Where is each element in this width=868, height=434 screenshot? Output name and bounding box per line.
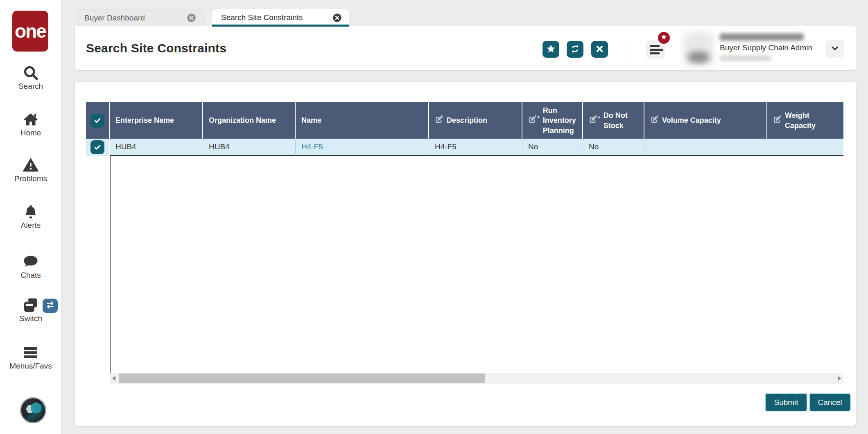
sidebar-item-problems[interactable]: Problems xyxy=(0,157,61,183)
cell-description: H4-F5 xyxy=(429,139,522,156)
table-header-row: Enterprise Name Organization Name Name D… xyxy=(86,102,843,139)
scrollbar-thumb[interactable] xyxy=(119,373,485,383)
app-root: one Search Home Problems Alerts xyxy=(0,0,868,434)
close-icon xyxy=(595,44,604,55)
required-asterisk: * xyxy=(537,114,540,122)
search-icon xyxy=(0,65,61,82)
favorites-badge[interactable] xyxy=(658,32,670,44)
sidebar-item-label: Switch xyxy=(0,314,61,323)
edit-icon xyxy=(773,115,782,126)
sidebar-item-menus-favs[interactable]: Menus/Favs xyxy=(0,344,61,371)
column-label: Name xyxy=(301,115,321,125)
profile-photo[interactable] xyxy=(680,26,717,70)
cell-value: HUB4 xyxy=(115,142,136,151)
sidebar-item-label: Menus/Favs xyxy=(0,362,61,371)
refresh-button[interactable] xyxy=(567,41,583,58)
column-header-enterprise-name[interactable]: Enterprise Name xyxy=(110,102,203,139)
sidebar-item-label: Home xyxy=(0,128,61,137)
site-link[interactable]: H4-F5 xyxy=(301,142,323,151)
content-card: Enterprise Name Organization Name Name D… xyxy=(75,82,856,426)
edit-icon xyxy=(650,115,659,126)
user-menu-dropdown-button[interactable] xyxy=(825,40,844,58)
user-info[interactable]: Buyer Supply Chain Admin xyxy=(720,32,826,61)
swap-arrows-icon xyxy=(45,300,55,311)
sidebar-item-label: Chats xyxy=(0,271,61,280)
header-divider xyxy=(628,37,628,61)
column-label: Organization Name xyxy=(209,115,276,125)
cell-name: H4-F5 xyxy=(296,139,429,156)
menu-bar xyxy=(650,52,660,54)
edit-icon xyxy=(589,115,597,126)
cell-organization-name: HUB4 xyxy=(203,139,296,156)
star-icon xyxy=(546,44,556,55)
select-all-checkbox[interactable] xyxy=(90,114,104,128)
home-icon xyxy=(0,111,61,128)
submit-button[interactable]: Submit xyxy=(766,394,807,411)
menu-bar xyxy=(650,45,660,47)
column-label: Run Inventory Planning xyxy=(543,106,579,135)
refresh-icon xyxy=(570,44,580,55)
tab-buyer-dashboard[interactable]: Buyer Dashboard xyxy=(75,9,204,26)
tab-label: Search Site Constraints xyxy=(221,13,332,22)
redacted-user-detail xyxy=(720,56,771,61)
redacted-user-name xyxy=(720,34,804,40)
menu-bar xyxy=(650,49,663,51)
scroll-right-arrow[interactable] xyxy=(838,376,841,381)
table-left-border xyxy=(110,156,111,373)
chevron-down-icon xyxy=(830,44,839,54)
tab-close-icon[interactable] xyxy=(332,13,342,22)
horizontal-scrollbar[interactable] xyxy=(110,373,843,384)
user-avatar[interactable] xyxy=(20,397,46,423)
bell-icon xyxy=(0,204,61,221)
favorite-button[interactable] xyxy=(542,41,559,58)
cell-value: H4-F5 xyxy=(435,142,457,151)
cell-enterprise-name: HUB4 xyxy=(110,139,203,156)
column-label: Description xyxy=(447,115,487,125)
cancel-button[interactable]: Cancel xyxy=(810,394,850,411)
column-header-do-not-stock[interactable]: * Do Not Stock xyxy=(583,102,644,139)
cell-volume-capacity xyxy=(644,139,767,156)
star-icon xyxy=(661,34,667,42)
column-header-name[interactable]: Name xyxy=(296,102,429,139)
sidebar-item-home[interactable]: Home xyxy=(0,111,61,137)
column-header-run-inventory-planning[interactable]: * Run Inventory Planning xyxy=(522,102,583,139)
cell-weight-capacity xyxy=(767,139,843,156)
cell-value: HUB4 xyxy=(209,142,230,151)
tab-search-site-constraints[interactable]: Search Site Constraints xyxy=(212,9,349,26)
sidebar-item-label: Alerts xyxy=(0,221,61,230)
cell-value: No xyxy=(528,142,538,151)
column-label: Do Not Stock xyxy=(604,110,640,130)
sidebar-item-alerts[interactable]: Alerts xyxy=(0,204,61,230)
table-row: HUB4 HUB4 H4-F5 H4-F5 No No xyxy=(86,139,843,156)
column-header-description[interactable]: Description xyxy=(429,102,522,139)
required-asterisk: * xyxy=(598,114,600,122)
one-logo[interactable]: one xyxy=(12,11,48,52)
switch-version-badge[interactable] xyxy=(43,299,58,313)
sidebar-item-chats[interactable]: Chats xyxy=(0,254,61,280)
row-select-cell xyxy=(86,139,110,156)
select-all-header-cell xyxy=(86,102,110,139)
sidebar: one Search Home Problems Alerts xyxy=(0,0,61,434)
sidebar-item-label: Search xyxy=(0,82,61,91)
column-header-volume-capacity[interactable]: Volume Capacity xyxy=(644,102,767,139)
column-label: Weight Capacity xyxy=(785,110,840,130)
row-checkbox[interactable] xyxy=(90,140,104,154)
edit-icon xyxy=(435,115,443,126)
cell-value: No xyxy=(589,142,599,151)
scroll-left-arrow[interactable] xyxy=(112,376,115,381)
close-page-button[interactable] xyxy=(591,41,608,58)
sidebar-item-search[interactable]: Search xyxy=(0,65,61,91)
column-header-weight-capacity[interactable]: Weight Capacity xyxy=(767,102,843,139)
menu-lines-icon xyxy=(0,344,61,362)
warning-triangle-icon xyxy=(0,157,61,174)
page-title: Search Site Constraints xyxy=(86,26,226,70)
column-label: Volume Capacity xyxy=(662,115,721,125)
user-role: Buyer Supply Chain Admin xyxy=(720,43,826,52)
active-tab-underline xyxy=(212,25,349,27)
tab-close-icon[interactable] xyxy=(187,13,196,22)
column-header-organization-name[interactable]: Organization Name xyxy=(203,102,296,139)
column-label: Enterprise Name xyxy=(115,115,174,125)
tab-label: Buyer Dashboard xyxy=(84,13,187,22)
cell-do-not-stock: No xyxy=(583,139,644,156)
cell-run-inventory-planning: No xyxy=(522,139,583,156)
